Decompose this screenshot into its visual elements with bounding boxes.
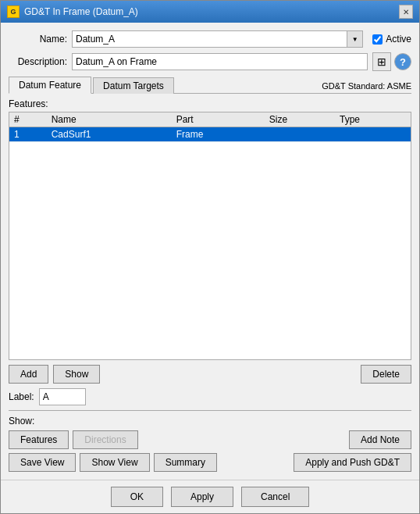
name-row: Name: ▼ Active — [9, 30, 411, 48]
description-input[interactable] — [72, 53, 368, 70]
show-btn-row-1: Features Directions Add Note — [9, 430, 411, 449]
tabs-row: Datum Feature Datum Targets GD&T Standar… — [9, 76, 411, 94]
title-icon: G — [7, 5, 20, 18]
title-bar: G GD&T In Frame (Datum_A) ✕ — [1, 1, 419, 23]
ok-button[interactable]: OK — [111, 487, 163, 507]
save-view-button[interactable]: Save View — [9, 453, 76, 472]
name-combo-wrapper: ▼ — [72, 30, 363, 48]
show-section: Show: Features Directions Add Note Save … — [9, 416, 411, 472]
main-window: G GD&T In Frame (Datum_A) ✕ Name: ▼ Acti… — [0, 0, 420, 514]
cell-size — [265, 127, 335, 142]
tab-datum-targets[interactable]: Datum Targets — [93, 77, 174, 94]
cell-type — [335, 127, 411, 142]
col-header-num: # — [9, 112, 47, 127]
features-data-table: # Name Part Size Type 1 CadSurf1 Frame — [9, 112, 411, 142]
summary-button[interactable]: Summary — [154, 453, 217, 472]
right-icons: ⊞ ? — [372, 52, 411, 71]
name-input[interactable] — [72, 30, 347, 48]
add-button[interactable]: Add — [9, 365, 48, 384]
show-btn-row-2: Save View Show View Summary Apply and Pu… — [9, 453, 411, 472]
col-header-name: Name — [47, 112, 172, 127]
active-section: Active — [372, 34, 411, 45]
window-title: GD&T In Frame (Datum_A) — [24, 6, 138, 17]
col-header-type: Type — [335, 112, 411, 127]
features-section: Features: # Name Part Size Type — [9, 98, 411, 360]
title-bar-left: G GD&T In Frame (Datum_A) — [7, 5, 138, 18]
settings-icon[interactable]: ⊞ — [372, 52, 391, 71]
active-label: Active — [386, 34, 411, 45]
features-button-row: Add Show Delete — [9, 365, 411, 384]
features-table: # Name Part Size Type 1 CadSurf1 Frame — [9, 112, 411, 360]
btn-left-group: Add Show — [9, 365, 100, 384]
help-icon[interactable]: ? — [394, 53, 411, 70]
label-input[interactable] — [39, 388, 86, 405]
show-label: Show: — [9, 416, 411, 427]
cell-name: CadSurf1 — [47, 127, 172, 142]
col-header-part: Part — [172, 112, 265, 127]
show-view-button[interactable]: Show View — [80, 453, 149, 472]
cell-num: 1 — [9, 127, 47, 142]
col-header-size: Size — [265, 112, 335, 127]
description-row: Description: ⊞ ? — [9, 52, 411, 71]
table-row[interactable]: 1 CadSurf1 Frame — [9, 127, 411, 142]
name-dropdown-arrow[interactable]: ▼ — [347, 30, 363, 48]
cancel-button[interactable]: Cancel — [241, 487, 309, 507]
features-label: Features: — [9, 98, 411, 109]
cell-part: Frame — [172, 127, 265, 142]
bottom-buttons: OK Apply Cancel — [1, 480, 419, 513]
apply-button[interactable]: Apply — [171, 487, 233, 507]
active-checkbox[interactable] — [372, 34, 383, 45]
tab-datum-feature[interactable]: Datum Feature — [9, 77, 91, 94]
gdt-standard: GD&T Standard: ASME — [322, 81, 411, 93]
apply-push-button[interactable]: Apply and Push GD&T — [294, 453, 411, 472]
directions-button[interactable]: Directions — [73, 430, 137, 449]
show-button[interactable]: Show — [53, 365, 100, 384]
features-show-button[interactable]: Features — [9, 430, 69, 449]
delete-button[interactable]: Delete — [361, 365, 411, 384]
divider — [9, 410, 411, 411]
label-row: Label: — [9, 388, 411, 405]
add-note-button[interactable]: Add Note — [349, 430, 411, 449]
close-button[interactable]: ✕ — [399, 5, 413, 19]
description-label: Description: — [9, 56, 67, 67]
label-label: Label: — [9, 391, 34, 402]
name-label: Name: — [9, 34, 67, 45]
main-content: Name: ▼ Active Description: ⊞ ? Datum Fe… — [1, 23, 419, 480]
